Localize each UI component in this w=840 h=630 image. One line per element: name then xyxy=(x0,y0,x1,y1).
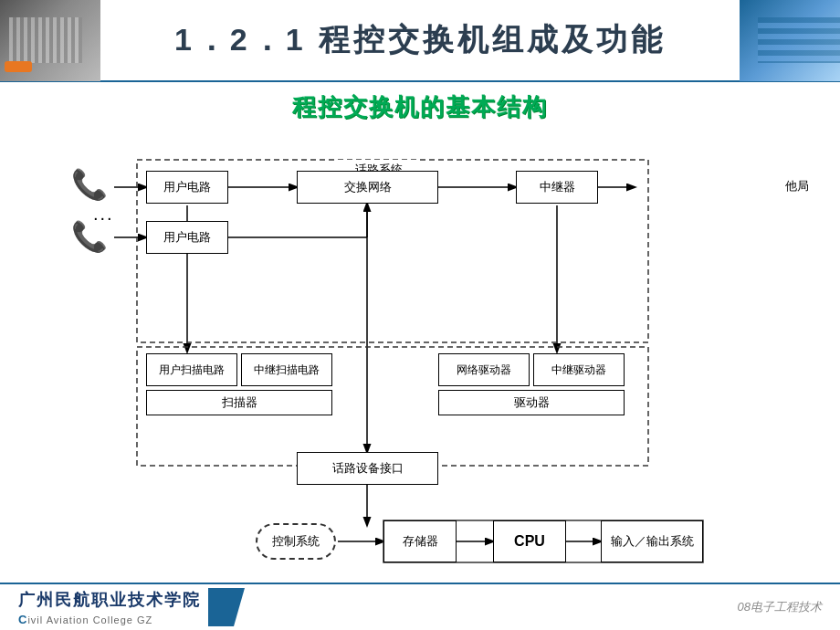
jiaohuan-wangluo: 交换网络 xyxy=(297,171,438,204)
footer-logo-en: Civil Aviation College GZ xyxy=(18,613,201,626)
cpu: CPU xyxy=(493,520,566,562)
zhongji-saomiao: 中继扫描电路 xyxy=(241,353,332,386)
saomiao-qi: 扫描器 xyxy=(146,390,332,415)
ta-ju-label: 他局 xyxy=(785,178,809,194)
yonghu-saomiao: 用户扫描电路 xyxy=(146,353,237,386)
footer: 广州民航职业技术学院 Civil Aviation College GZ 08电… xyxy=(0,583,840,630)
footer-blue-bar xyxy=(208,588,245,626)
dots: ··· xyxy=(93,207,114,228)
diagram: 📞 📞 ··· 话路系统 用户电路 用户电路 交换网络 中继器 他局 用户扫描电… xyxy=(27,132,813,571)
footer-logo: 广州民航职业技术学院 Civil Aviation College GZ xyxy=(18,588,245,626)
cable-decoration xyxy=(5,61,32,72)
footer-logo-cn: 广州民航职业技术学院 xyxy=(18,589,201,611)
section-title: 程控交换机的基本结构 xyxy=(18,91,822,123)
header-right-image xyxy=(740,0,840,81)
phone-icon-1: 📞 xyxy=(71,167,108,202)
shuru-xitong: 输入／输出系统 xyxy=(601,520,703,562)
page-title: 1．2．1 程控交换机组成及功能 xyxy=(100,19,740,61)
cunchui-qi: 存储器 xyxy=(383,520,457,562)
qudong-qi: 驱动器 xyxy=(438,390,625,415)
header-left-image xyxy=(0,0,100,81)
yonghu-dianlu-2: 用户电路 xyxy=(146,221,228,254)
main-content: 程控交换机的基本结构 xyxy=(0,82,840,580)
header: 1．2．1 程控交换机组成及功能 xyxy=(0,0,840,82)
zhongji-qudong: 中继驱动器 xyxy=(533,353,625,386)
wangluo-qudong: 网络驱动器 xyxy=(438,353,530,386)
yonghu-dianlu-1: 用户电路 xyxy=(146,171,228,204)
kongzhi-xitong: 控制系统 xyxy=(256,523,336,560)
zhongji-qi: 中继器 xyxy=(516,171,598,204)
hualu-shebei: 话路设备接口 xyxy=(297,452,438,485)
footer-course: 08电子工程技术 xyxy=(738,599,822,615)
